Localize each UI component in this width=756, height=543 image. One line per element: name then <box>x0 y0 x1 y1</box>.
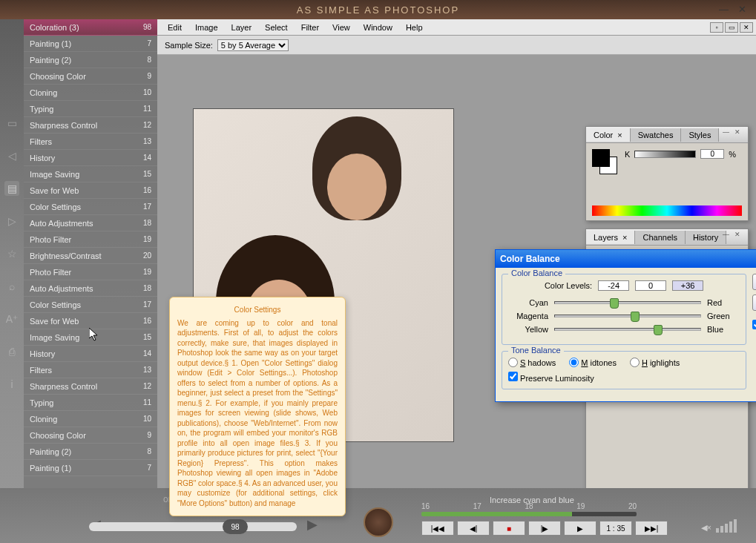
close-panel-icon[interactable]: ✕ <box>734 128 745 139</box>
minimize-panel-icon[interactable]: — <box>723 231 733 241</box>
slider-thumb-1[interactable] <box>631 312 640 322</box>
tab-swatches[interactable]: Swatches <box>631 128 682 142</box>
menu-item-edit[interactable]: Edit <box>162 22 188 33</box>
slider-0[interactable] <box>554 301 701 304</box>
sample-size-select[interactable]: 5 by 5 Average <box>217 39 289 51</box>
preview-checkbox[interactable] <box>752 320 756 329</box>
foreground-color-swatch[interactable] <box>592 149 610 167</box>
text-icon[interactable]: A⁺ <box>4 312 19 326</box>
search-icon[interactable]: ⌕ <box>4 279 19 294</box>
book-icon[interactable]: ▭ <box>4 116 19 131</box>
preserve-luminosity-label[interactable]: Preserve Luminosity <box>508 374 594 383</box>
scrub-thumb[interactable]: 98 <box>223 519 248 534</box>
record-button[interactable]: ■ <box>493 521 525 536</box>
forward-button[interactable]: ▶▶| <box>635 521 668 536</box>
sidebar-item[interactable]: Filters13 <box>24 362 157 378</box>
menu-item-help[interactable]: Help <box>400 22 429 33</box>
sidebar-item[interactable]: Photo Filter19 <box>24 231 157 248</box>
level-input-2[interactable] <box>672 280 703 291</box>
sidebar-item[interactable]: History14 <box>24 346 157 362</box>
tone-shadows[interactable]: Shadows <box>508 358 556 367</box>
level-input-1[interactable] <box>635 280 666 291</box>
sidebar-item[interactable]: Color Settings17 <box>24 199 157 215</box>
sidebar-item[interactable]: Choosing Color9 <box>24 427 157 444</box>
sidebar-item[interactable]: Brightness/Contrast20 <box>24 248 157 264</box>
hue-bar[interactable] <box>592 205 742 216</box>
sidebar-item[interactable]: Auto Adjustments18 <box>24 280 157 297</box>
foreground-background-swatch[interactable] <box>592 149 617 174</box>
sidebar-item[interactable]: Painting (2)8 <box>24 444 157 460</box>
play-button[interactable]: ▶ <box>564 521 596 536</box>
tab-channels[interactable]: Channels <box>635 231 685 244</box>
sidebar-item[interactable]: Painting (1)7 <box>24 460 157 476</box>
list-icon[interactable]: ▤ <box>4 181 19 196</box>
sidebar-item[interactable]: Typing11 <box>24 395 157 411</box>
maximize-button[interactable]: ▭ <box>725 22 738 33</box>
slider-2[interactable] <box>554 328 701 331</box>
sidebar-item[interactable]: Photo Filter19 <box>24 264 157 280</box>
k-slider-track[interactable] <box>634 151 696 158</box>
preserve-luminosity-checkbox[interactable] <box>508 372 518 381</box>
color-balance-legend: Color Balance <box>508 269 565 277</box>
level-input-0[interactable] <box>598 280 629 291</box>
menu-item-view[interactable]: View <box>326 22 356 33</box>
menu-item-filter[interactable]: Filter <box>295 22 325 33</box>
sidebar-item[interactable]: Save for Web16 <box>24 313 157 329</box>
sidebar-item[interactable]: Typing11 <box>24 101 157 117</box>
info-icon[interactable]: i <box>4 377 19 392</box>
tab-layers[interactable]: Layers× <box>586 231 635 244</box>
back-icon[interactable]: ◁ <box>4 148 19 163</box>
sidebar-item[interactable]: Sharpness Control12 <box>24 117 157 134</box>
sidebar-item[interactable]: Cloning10 <box>24 85 157 101</box>
menu-item-select[interactable]: Select <box>259 22 294 33</box>
tab-history[interactable]: History <box>686 231 726 244</box>
sidebar-item[interactable]: Choosing Color9 <box>24 68 157 85</box>
menubar: EditImageLayerSelectFilterViewWindowHelp… <box>157 19 756 36</box>
timeline[interactable] <box>421 512 637 516</box>
menu-item-layer[interactable]: Layer <box>226 22 258 33</box>
sidebar-item[interactable]: Color Settings17 <box>24 297 157 313</box>
star-icon[interactable]: ☆ <box>4 246 19 261</box>
sidebar-item[interactable]: Auto Adjustments18 <box>24 215 157 231</box>
play-icon[interactable]: ▷ <box>4 214 19 228</box>
slider-thumb-2[interactable] <box>654 325 663 335</box>
rewind-button[interactable]: |◀◀ <box>421 521 454 536</box>
slider-thumb-0[interactable] <box>610 298 619 309</box>
tone-midtones[interactable]: Midtones <box>569 358 617 367</box>
close-button[interactable]: ✕ <box>738 4 750 16</box>
ok-button[interactable]: OK <box>752 274 756 290</box>
close-panel-icon[interactable]: ✕ <box>734 231 745 241</box>
k-value-input[interactable] <box>700 149 724 159</box>
cancel-button[interactable]: Cancel <box>752 294 756 311</box>
color-balance-dialog: Color Balance ✕ Color Balance Color Leve… <box>495 249 756 402</box>
sidebar-item[interactable]: Cloning10 <box>24 411 157 427</box>
minimize-panel-icon[interactable]: — <box>723 128 733 139</box>
next-arrow[interactable]: ▶ <box>307 516 318 533</box>
print-icon[interactable]: ⎙ <box>4 344 19 359</box>
sidebar-item[interactable]: Image Saving15 <box>24 329 157 346</box>
sidebar-item[interactable]: Image Saving15 <box>24 166 157 182</box>
close-doc-button[interactable]: ✕ <box>740 22 753 33</box>
tab-color[interactable]: Color× <box>586 128 631 142</box>
center-play-button[interactable] <box>364 507 393 537</box>
volume-indicator[interactable]: ◀× <box>701 519 737 533</box>
tone-highlights[interactable]: Highlights <box>630 358 680 367</box>
scrub-bar[interactable]: 98 <box>89 522 297 531</box>
sidebar-item[interactable]: Sharpness Control12 <box>24 378 157 395</box>
step-back-button[interactable]: ◀| <box>457 521 490 536</box>
sidebar-item[interactable]: Painting (2)8 <box>24 52 157 68</box>
menu-item-window[interactable]: Window <box>358 22 398 33</box>
sidebar-item[interactable]: Coloration (3)98 <box>24 19 157 36</box>
preview-label[interactable]: Preview <box>752 320 756 329</box>
sidebar-item[interactable]: Filters13 <box>24 134 157 150</box>
step-forward-button[interactable]: |▶ <box>528 521 561 536</box>
dialog-titlebar[interactable]: Color Balance ✕ <box>496 250 756 268</box>
menu-item-image[interactable]: Image <box>189 22 224 33</box>
minimize-button[interactable]: — <box>719 4 731 16</box>
tab-styles[interactable]: Styles <box>681 128 719 142</box>
restore-button[interactable]: ▫ <box>710 22 723 33</box>
slider-1[interactable] <box>554 315 701 317</box>
sidebar-item[interactable]: Painting (1)7 <box>24 36 157 52</box>
sidebar-item[interactable]: History14 <box>24 150 157 166</box>
sidebar-item[interactable]: Save for Web16 <box>24 182 157 199</box>
